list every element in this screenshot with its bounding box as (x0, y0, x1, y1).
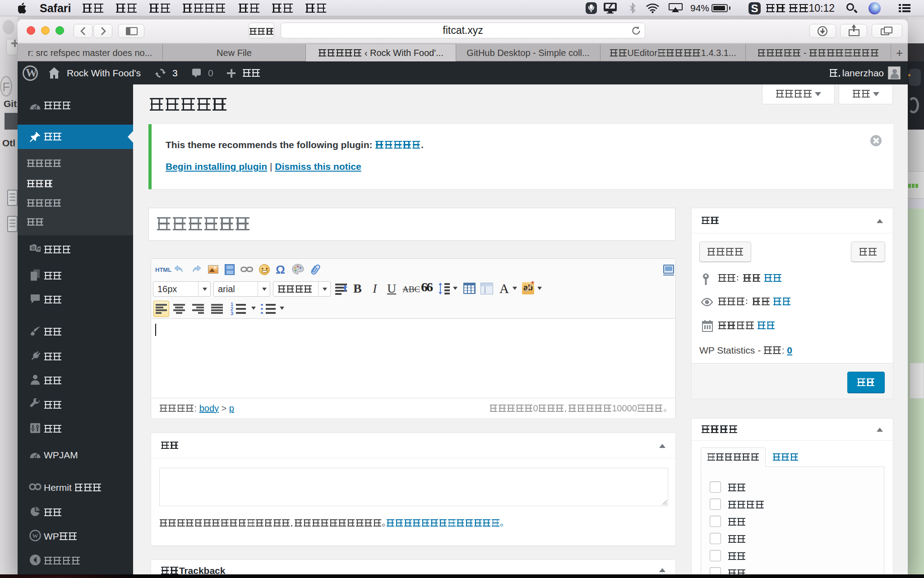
svg-text:W: W (32, 532, 38, 539)
